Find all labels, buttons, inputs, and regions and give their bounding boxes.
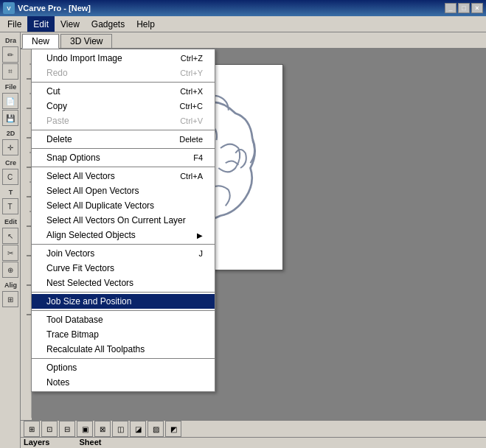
2d-btn-1[interactable]: ✛ (2, 139, 18, 155)
bottom-toolbar: ⊞ ⊡ ⊟ ▣ ⊠ ◫ ◪ ▨ ◩ (21, 420, 486, 437)
bottom-btn-4[interactable]: ▣ (77, 421, 93, 437)
menu-select-duplicate[interactable]: Select All Duplicate Vectors (32, 198, 215, 213)
menu-gadgets[interactable]: Gadgets (86, 16, 131, 32)
title-bar: V VCarve Pro - [New] _ □ × (0, 0, 486, 16)
edit-btn-3[interactable]: ⊕ (2, 262, 18, 278)
sep-5 (32, 244, 215, 245)
bottom-btn-6[interactable]: ◫ (112, 421, 128, 437)
title-text: VCarve Pro - [New] (18, 4, 445, 13)
close-button[interactable]: × (471, 3, 483, 13)
bottom-btn-2[interactable]: ⊡ (41, 421, 58, 437)
sep-2 (32, 130, 215, 130)
t-btn-1[interactable]: T (2, 198, 18, 214)
2d-label: 2D (0, 130, 20, 137)
layers-label: Layers (24, 438, 49, 447)
alig-btn-1[interactable]: ⊞ (2, 291, 18, 307)
edit-dropdown: Undo Import Image Ctrl+Z Redo Ctrl+Y Cut… (31, 49, 215, 392)
cre-label: Cre (0, 159, 20, 167)
draw-btn-1[interactable]: ✏ (2, 46, 18, 63)
left-toolbar: Dra ✏ ⌗ File 📄 💾 2D ✛ Cre C T T Edit ↖ ✂… (0, 32, 21, 448)
sep-7 (32, 310, 215, 311)
main-area: Dra ✏ ⌗ File 📄 💾 2D ✛ Cre C T T Edit ↖ ✂… (0, 32, 486, 448)
sheet-label: Sheet (79, 438, 101, 447)
menu-nest[interactable]: Nest Selected Vectors (32, 276, 215, 290)
menu-file[interactable]: File (1, 16, 27, 32)
edit-menu-list: Undo Import Image Ctrl+Z Redo Ctrl+Y Cut… (31, 49, 215, 392)
menu-trace[interactable]: Trace Bitmap (32, 327, 215, 342)
menu-select-layer[interactable]: Select All Vectors On Current Layer (32, 213, 215, 228)
sep-4 (32, 167, 215, 167)
tab-3dview[interactable]: 3D View (60, 34, 112, 48)
sep-1 (32, 82, 215, 83)
menu-select-open[interactable]: Select All Open Vectors (32, 183, 215, 198)
menu-notes[interactable]: Notes (32, 375, 215, 390)
layers-section: Layers Sheet 💡 Layer 1 ▼ 0 ▼ (24, 438, 142, 448)
menu-join[interactable]: Join Vectors J (32, 246, 215, 261)
menu-align[interactable]: Align Selected Objects ▶ (32, 228, 215, 242)
menu-delete[interactable]: Delete Delete (32, 132, 215, 147)
window-controls: _ □ × (445, 3, 483, 13)
draw-btn-2[interactable]: ⌗ (2, 63, 18, 80)
tab-new[interactable]: New (22, 34, 59, 49)
menu-job[interactable]: Job Size and Position (32, 294, 215, 309)
bottom-btn-5[interactable]: ⊠ (94, 421, 111, 437)
bottom-btn-9[interactable]: ◩ (165, 421, 181, 437)
menu-undo[interactable]: Undo Import Image Ctrl+Z (32, 51, 215, 66)
menu-copy[interactable]: Copy Ctrl+C (32, 99, 215, 113)
alig-label: Alig (0, 281, 20, 289)
menu-edit[interactable]: Edit (27, 16, 55, 32)
menu-help[interactable]: Help (131, 16, 161, 32)
menu-curve[interactable]: Curve Fit Vectors (32, 261, 215, 276)
menu-redo: Redo Ctrl+Y (32, 66, 215, 80)
menu-tool[interactable]: Tool Database (32, 312, 215, 327)
file-btn-2[interactable]: 💾 (2, 110, 18, 126)
menu-select-all[interactable]: Select All Vectors Ctrl+A (32, 169, 215, 183)
edit-label: Edit (0, 218, 20, 225)
file-label: File (0, 83, 20, 91)
cre-btn-1[interactable]: C (2, 169, 18, 185)
bottom-btn-1[interactable]: ⊞ (24, 421, 40, 437)
minimize-button[interactable]: _ (445, 3, 457, 13)
t-label: T (0, 189, 20, 196)
menu-paste: Paste Ctrl+V (32, 113, 215, 128)
edit-btn-2[interactable]: ✂ (2, 245, 18, 261)
status-bar: Layers Sheet 💡 Layer 1 ▼ 0 ▼ (21, 437, 486, 448)
maximize-button[interactable]: □ (458, 3, 470, 13)
sep-6 (32, 292, 215, 293)
draw-label: Dra (0, 37, 20, 44)
bottom-btn-8[interactable]: ▨ (147, 421, 164, 437)
menu-cut[interactable]: Cut Ctrl+X (32, 84, 215, 99)
menu-snap[interactable]: Snap Options F4 (32, 150, 215, 165)
bottom-btn-3[interactable]: ⊟ (59, 421, 75, 437)
menu-bar: File Edit View Gadgets Help (0, 16, 486, 32)
menu-recalc[interactable]: Recalculate All Toolpaths (32, 342, 215, 357)
app-icon: V (3, 2, 15, 14)
menu-view[interactable]: View (55, 16, 86, 32)
menu-options[interactable]: Options (32, 360, 215, 375)
file-btn-1[interactable]: 📄 (2, 93, 18, 109)
bottom-btn-7[interactable]: ◪ (130, 421, 146, 437)
canvas-tabs: New 3D View (21, 32, 486, 49)
sep-8 (32, 358, 215, 359)
edit-btn-1[interactable]: ↖ (2, 228, 18, 244)
sep-3 (32, 148, 215, 149)
